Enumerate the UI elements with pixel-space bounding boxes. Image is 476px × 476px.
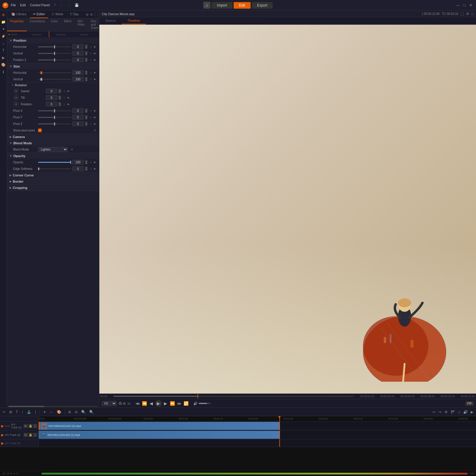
subtab-color[interactable]: Color: [48, 18, 61, 31]
position-z-keyframe[interactable]: ◇: [89, 58, 93, 62]
tl-btn-add-track[interactable]: ⊕: [67, 410, 72, 414]
panel-fullscreen-icon[interactable]: ⛶: [94, 12, 98, 17]
pivot-z-up[interactable]: ▲: [85, 122, 88, 124]
pivot-z-slider[interactable]: [38, 123, 71, 124]
pivot-z-down[interactable]: ▼: [85, 124, 88, 126]
tilt-keyframe[interactable]: ◇: [62, 96, 66, 99]
sidebar-icon-transitions[interactable]: ⚡: [1, 33, 7, 39]
camera-group-header[interactable]: ▶ Camera: [7, 134, 99, 140]
corner-curve-group-header[interactable]: ▶ Corner Curve: [7, 172, 99, 178]
pivot-x-down[interactable]: ▼: [85, 111, 88, 113]
size-vertical-keyframe[interactable]: ◇: [89, 77, 93, 81]
track-av1-mute[interactable]: M: [24, 424, 28, 428]
position-z-up[interactable]: ▲: [85, 58, 88, 60]
show-pivot-checkbox[interactable]: [38, 129, 42, 132]
preview-tab-source[interactable]: Source: [99, 17, 122, 24]
edge-softness-slider[interactable]: [38, 168, 71, 169]
pivot-x-value[interactable]: 0: [72, 108, 84, 113]
fit-select[interactable]: Fit 100% 50%: [102, 401, 117, 406]
track-av2-clip[interactable]: 🎬 MOV08112321452 (1).mp4: [39, 431, 279, 439]
size-horizontal-down[interactable]: ▼: [85, 73, 88, 75]
tl-btn-zoom-out[interactable]: 🔍: [88, 410, 95, 414]
playback-step-back[interactable]: ⏪: [142, 400, 148, 406]
tilt-link[interactable]: ▶: [67, 96, 70, 99]
position-horizontal-slider[interactable]: [38, 46, 71, 47]
preview-tab-timeline[interactable]: Timeline: [122, 17, 146, 24]
edit-button[interactable]: Edit: [234, 2, 250, 9]
menu-edit[interactable]: Edit: [20, 3, 26, 7]
maximize-button[interactable]: □: [462, 3, 467, 7]
rotation-val-keyframe[interactable]: ◇: [62, 102, 66, 106]
subtab-pan-zoom[interactable]: Pan and Zoom: [88, 18, 99, 31]
menu-help-icon[interactable]: ?: [54, 3, 56, 7]
pivot-z-keyframe[interactable]: ◇: [89, 122, 93, 126]
playback-to-start[interactable]: ⏮: [135, 400, 141, 406]
volume-icon[interactable]: 🔊: [193, 402, 198, 405]
swivel-up[interactable]: ▲: [58, 89, 61, 91]
tl-btn-snap[interactable]: ⚓: [26, 410, 32, 414]
tl-btn-transitions[interactable]: ↔: [49, 410, 54, 414]
subtab-corrections[interactable]: Corrections: [27, 18, 48, 31]
size-vertical-link[interactable]: ▶: [93, 77, 97, 81]
opacity-up[interactable]: ▲: [85, 160, 88, 162]
position-z-slider[interactable]: [38, 60, 71, 60]
preview-expand-icon[interactable]: ⛶: [461, 12, 464, 16]
position-vertical-down[interactable]: ▼: [85, 53, 88, 55]
track-av2-mute[interactable]: M: [24, 433, 28, 437]
tab-library[interactable]: 📚 Library: [8, 11, 29, 18]
tl-btn-settings[interactable]: ⚙: [444, 410, 449, 414]
pivot-y-keyframe[interactable]: ◇: [89, 115, 93, 119]
size-horizontal-up[interactable]: ▲: [85, 71, 88, 73]
blend-mode-group-header[interactable]: ▼ Blend Mode: [7, 140, 99, 146]
sidebar-icon-library[interactable]: 📁: [1, 19, 7, 25]
position-vertical-link[interactable]: ▶: [93, 51, 97, 55]
track-av1-clip[interactable]: 🎬 MOV08042921420 (4).mp4: [39, 422, 279, 430]
tab-title[interactable]: T Title: [67, 11, 82, 18]
position-horizontal-value[interactable]: 0: [72, 44, 84, 49]
tl-btn-volume[interactable]: 🔊: [462, 410, 469, 414]
close-button[interactable]: ✕: [468, 3, 474, 7]
size-vertical-up[interactable]: ▲: [85, 77, 88, 79]
playback-grid-icon[interactable]: ⊞: [123, 402, 126, 405]
sidebar-icon-motion[interactable]: ▶: [1, 55, 7, 61]
playback-play[interactable]: ▶: [155, 400, 162, 407]
sidebar-icon-audio[interactable]: ♪: [1, 40, 7, 46]
sidebar-icon-color[interactable]: 🎨: [1, 62, 7, 68]
sidebar-icon-info[interactable]: ℹ: [1, 69, 7, 75]
tl-btn-group[interactable]: □: [457, 410, 461, 414]
panel-settings-icon[interactable]: ⚙: [90, 12, 93, 17]
tilt-value[interactable]: 0: [46, 95, 57, 100]
preview-settings-icon[interactable]: ⚙: [466, 12, 469, 16]
opacity-link[interactable]: ▶: [93, 160, 97, 164]
menu-file[interactable]: File: [11, 3, 16, 7]
show-pivot-settings[interactable]: ⚙: [93, 129, 97, 132]
preview-fullscreen-icon[interactable]: □: [472, 12, 474, 16]
size-horizontal-value[interactable]: 100: [72, 70, 84, 75]
menu-control-panel[interactable]: Control Panel: [30, 3, 50, 7]
pivot-y-up[interactable]: ▲: [85, 115, 88, 117]
tl-btn-split[interactable]: ⊞: [8, 410, 13, 414]
position-vertical-value[interactable]: 0: [72, 51, 84, 56]
tl-btn-zoom-in[interactable]: 🔍: [80, 410, 87, 414]
menu-forward-icon[interactable]: →: [67, 3, 71, 7]
playback-frame-back[interactable]: ◀: [148, 400, 154, 406]
home-button[interactable]: ⌂: [203, 2, 210, 9]
tilt-down[interactable]: ▼: [58, 98, 61, 100]
playback-to-end[interactable]: ⏭: [176, 400, 182, 406]
tab-editor[interactable]: ✏ Editor: [30, 11, 48, 18]
rotation-val-value[interactable]: 0: [46, 102, 57, 107]
rotation-val-down[interactable]: ▼: [58, 104, 61, 106]
position-horizontal-up[interactable]: ▲: [85, 45, 88, 47]
playback-settings-icon[interactable]: ⚙: [118, 401, 122, 406]
pivot-z-link[interactable]: ▶: [93, 122, 97, 126]
pivot-x-up[interactable]: ▲: [85, 109, 88, 111]
track-av2-expand[interactable]: □: [33, 433, 37, 437]
position-z-link[interactable]: ▶: [93, 58, 97, 62]
position-vertical-slider[interactable]: [38, 53, 71, 54]
tl-btn-ripple[interactable]: ↕: [21, 410, 24, 414]
subtab-properties[interactable]: Properties: [7, 18, 27, 31]
position-horizontal-keyframe[interactable]: ◇: [89, 45, 93, 48]
tl-btn-color[interactable]: 🎨: [56, 410, 62, 414]
playback-loop[interactable]: 🔁: [183, 400, 189, 406]
position-vertical-up[interactable]: ▲: [85, 51, 88, 53]
